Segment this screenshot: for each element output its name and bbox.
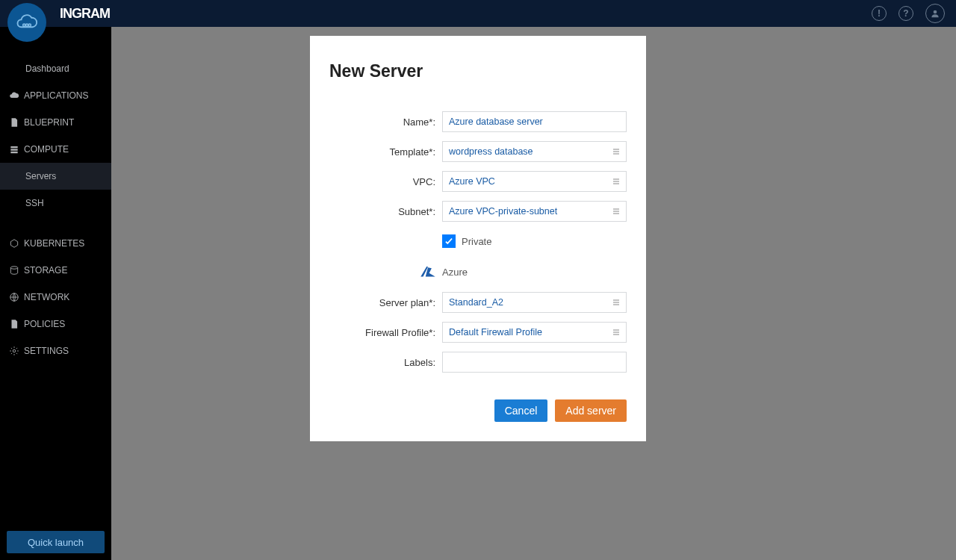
policy-icon [7, 319, 21, 329]
new-server-modal: New Server Name*: Template*: VPC: [310, 36, 646, 441]
svg-point-8 [10, 267, 17, 270]
gear-icon [7, 346, 21, 356]
cloud-gear-icon [16, 11, 38, 34]
sidebar-item-ssh[interactable]: SSH [0, 190, 111, 217]
name-input[interactable] [443, 116, 626, 127]
subnet-select[interactable] [443, 206, 606, 217]
svg-point-10 [13, 349, 16, 352]
quick-launch-button[interactable]: Quick launch [7, 531, 105, 553]
template-label: Template*: [329, 146, 442, 158]
check-icon [444, 236, 454, 246]
server-plan-dropdown-icon[interactable] [606, 293, 626, 312]
help-icon[interactable]: ? [898, 6, 913, 21]
sidebar: Dashboard APPLICATIONS BLUEPRINT COMPUTE… [0, 27, 111, 560]
template-dropdown-icon[interactable] [606, 142, 626, 161]
brand-logo-icon[interactable] [7, 3, 46, 42]
user-avatar-icon[interactable] [925, 4, 945, 23]
content-area: New Server Name*: Template*: VPC: [111, 27, 956, 560]
svg-rect-4 [10, 146, 17, 148]
alert-icon[interactable]: ! [872, 6, 887, 21]
globe-icon [7, 292, 21, 302]
firewall-dropdown-icon[interactable] [606, 323, 626, 342]
template-select[interactable] [443, 146, 606, 157]
cloud-icon [7, 90, 21, 101]
firewall-label: Firewall Profile*: [329, 327, 442, 338]
sidebar-item-policies[interactable]: POLICIES [0, 311, 111, 337]
file-icon [7, 117, 21, 128]
sidebar-item-applications[interactable]: APPLICATIONS [0, 82, 111, 109]
sidebar-item-dashboard[interactable]: Dashboard [0, 55, 111, 82]
firewall-select[interactable] [443, 327, 606, 337]
modal-title: New Server [329, 61, 627, 81]
sidebar-item-compute[interactable]: COMPUTE [0, 136, 111, 163]
sidebar-item-blueprint[interactable]: BLUEPRINT [0, 109, 111, 136]
vpc-label: VPC: [329, 176, 442, 187]
kubernetes-icon [7, 238, 21, 249]
labels-field-label: Labels: [329, 357, 442, 368]
add-server-button[interactable]: Add server [555, 399, 627, 422]
sidebar-item-servers[interactable]: Servers [0, 163, 111, 190]
azure-icon [417, 264, 438, 279]
labels-input[interactable] [443, 357, 626, 367]
svg-point-3 [934, 10, 937, 14]
sidebar-item-storage[interactable]: STORAGE [0, 257, 111, 284]
subnet-label: Subnet*: [329, 206, 442, 217]
sidebar-item-kubernetes[interactable]: KUBERNETES [0, 230, 111, 257]
vpc-select[interactable] [443, 176, 606, 187]
sidebar-item-settings[interactable]: SETTINGS [0, 337, 111, 364]
subnet-dropdown-icon[interactable] [606, 202, 626, 221]
topbar: INGRAM ! ? [0, 0, 956, 27]
private-label: Private [462, 236, 491, 247]
server-icon [7, 144, 21, 155]
svg-point-0 [25, 24, 28, 26]
cancel-button[interactable]: Cancel [494, 399, 548, 422]
svg-point-1 [23, 24, 25, 26]
storage-icon [7, 265, 21, 276]
vpc-dropdown-icon[interactable] [606, 172, 626, 191]
svg-rect-6 [10, 152, 17, 153]
private-checkbox[interactable] [442, 234, 456, 248]
server-plan-label: Server plan*: [329, 297, 442, 308]
svg-marker-7 [10, 240, 17, 248]
name-label: Name*: [329, 116, 442, 128]
svg-rect-5 [10, 149, 17, 150]
server-plan-select[interactable] [443, 297, 606, 308]
provider-name: Azure [442, 267, 468, 278]
svg-marker-12 [426, 267, 435, 276]
user-icon [929, 7, 941, 19]
sidebar-item-network[interactable]: NETWORK [0, 284, 111, 311]
brand-text: INGRAM [60, 6, 110, 22]
svg-point-2 [28, 24, 31, 26]
